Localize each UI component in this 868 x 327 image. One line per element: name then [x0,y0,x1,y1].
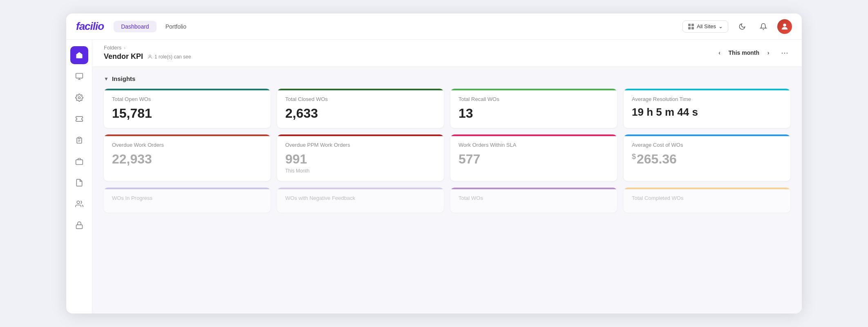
breadcrumb: Folders › [104,45,191,51]
kpi-value-overdue-ppm-work-orders: 991 [285,152,436,166]
sidebar-item-reports[interactable] [70,67,88,85]
svg-rect-0 [688,24,691,26]
sidebar-item-files[interactable] [70,174,88,192]
kpi-card-total-closed-wos: Total Closed WOs 2,633 [277,89,444,128]
kpi-card-total-completed-wos: Total Completed WOs [624,188,790,213]
sidebar-item-orders[interactable] [70,131,88,149]
page-title: Vendor KPI 1 role(s) can see [104,52,191,61]
kpi-value-avg-cost-wos: $265.36 [632,152,782,166]
nav-tab-portfolio[interactable]: Portfolio [158,21,194,32]
currency-symbol: $ [632,152,636,161]
browser-window: facilio Dashboard Portfolio All Sites ⌄ [66,13,802,314]
theme-toggle-button[interactable] [735,19,749,34]
sites-label: All Sites [697,23,716,29]
top-nav: facilio Dashboard Portfolio All Sites ⌄ [66,13,802,40]
kpi-label-work-orders-within-sla: Work Orders Within SLA [459,142,609,148]
svg-rect-14 [76,225,82,228]
kpi-value-total-open-wos: 15,781 [112,106,262,121]
kpi-label-total-wos: Total WOs [459,195,609,201]
next-month-button[interactable]: › [763,47,774,58]
grid-icon [688,23,694,30]
kpi-row-1: Total Open WOs 15,781 Total Closed WOs 2… [104,89,790,128]
section-chevron-icon: ▼ [104,76,109,82]
sidebar [66,40,92,314]
roles-text: 1 role(s) can see [154,54,191,60]
svg-rect-2 [688,27,691,29]
sidebar-item-assets[interactable] [70,152,88,170]
sidebar-item-tickets[interactable] [70,110,88,128]
nav-tabs: Dashboard Portfolio [114,21,682,32]
kpi-card-wos-in-progress: WOs In Progress [104,188,271,213]
breadcrumb-chevron-icon: › [124,45,125,50]
roles-badge: 1 role(s) can see [147,54,191,60]
breadcrumb-folders[interactable]: Folders [104,45,121,51]
more-options-button[interactable]: ⋯ [779,47,790,58]
kpi-card-overdue-work-orders: Overdue Work Orders 22,933 [104,134,271,181]
kpi-card-avg-resolution-time: Average Resolution Time 19 h 5 m 44 s [624,89,790,128]
kpi-card-total-recall-wos: Total Recall WOs 13 [450,89,617,128]
svg-rect-12 [76,160,83,165]
kpi-row-3: WOs In Progress WOs with Negative Feedba… [104,188,790,213]
sidebar-item-users[interactable] [70,195,88,213]
kpi-row-2: Overdue Work Orders 22,933 Overdue PPM W… [104,134,790,181]
svg-rect-5 [76,74,83,78]
prev-month-button[interactable]: ‹ [714,47,725,58]
kpi-label-avg-resolution-time: Average Resolution Time [632,96,782,102]
kpi-card-wos-negative-feedback: WOs with Negative Feedback [277,188,444,213]
svg-rect-1 [691,24,694,26]
month-nav: ‹ This month › [714,47,774,58]
kpi-label-wos-in-progress: WOs In Progress [112,195,262,201]
kpi-label-total-closed-wos: Total Closed WOs [285,96,436,102]
kpi-sub-overdue-ppm-work-orders: This Month [285,168,436,174]
kpi-card-overdue-ppm-work-orders: Overdue PPM Work Orders 991 This Month [277,134,444,181]
svg-point-4 [783,23,786,26]
kpi-card-work-orders-within-sla: Work Orders Within SLA 577 [450,134,617,181]
kpi-value-cost-amount: 265.36 [637,152,677,166]
kpi-label-total-open-wos: Total Open WOs [112,96,262,102]
section-header[interactable]: ▼ Insights [104,75,790,82]
kpi-value-avg-resolution-time: 19 h 5 m 44 s [632,106,782,118]
user-avatar[interactable] [777,19,792,34]
kpi-card-avg-cost-wos: Average Cost of WOs $265.36 [624,134,790,181]
insights-section: ▼ Insights Total Open WOs 15,781 Total C… [92,67,802,221]
main-layout: Folders › Vendor KPI 1 role(s) can see [66,40,802,314]
content-area: Folders › Vendor KPI 1 role(s) can see [92,40,802,314]
kpi-value-total-recall-wos: 13 [459,106,609,121]
kpi-label-avg-cost-wos: Average Cost of WOs [632,142,782,148]
notifications-button[interactable] [756,19,771,34]
sites-selector[interactable]: All Sites ⌄ [682,20,728,33]
kpi-label-overdue-ppm-work-orders: Overdue PPM Work Orders [285,142,436,148]
header-right: ‹ This month › ⋯ [714,47,790,58]
svg-point-8 [78,97,80,99]
kpi-label-overdue-work-orders: Overdue Work Orders [112,142,262,148]
kpi-value-work-orders-within-sla: 577 [459,152,609,166]
person-icon [147,54,153,60]
sidebar-item-settings[interactable] [70,89,88,107]
header-left: Folders › Vendor KPI 1 role(s) can see [104,45,191,61]
app-logo: facilio [76,20,104,33]
kpi-label-total-completed-wos: Total Completed WOs [632,195,782,201]
nav-right: All Sites ⌄ [682,19,792,34]
kpi-label-total-recall-wos: Total Recall WOs [459,96,609,102]
kpi-value-overdue-work-orders: 22,933 [112,152,262,166]
kpi-value-total-closed-wos: 2,633 [285,106,436,121]
period-label: This month [729,49,759,56]
kpi-label-wos-negative-feedback: WOs with Negative Feedback [285,195,436,201]
sidebar-item-home[interactable] [70,46,88,64]
kpi-card-total-open-wos: Total Open WOs 15,781 [104,89,271,128]
sidebar-item-lock[interactable] [70,216,88,234]
kpi-card-total-wos: Total WOs [450,188,617,213]
svg-rect-9 [78,137,80,139]
nav-tab-dashboard[interactable]: Dashboard [114,21,157,32]
sites-chevron-icon: ⌄ [718,23,723,29]
page-header: Folders › Vendor KPI 1 role(s) can see [92,40,802,67]
svg-rect-3 [691,27,694,29]
section-label: Insights [112,75,136,82]
svg-point-15 [149,55,151,57]
svg-point-13 [77,201,80,204]
page-title-text: Vendor KPI [104,52,143,61]
avatar-image [777,19,792,34]
